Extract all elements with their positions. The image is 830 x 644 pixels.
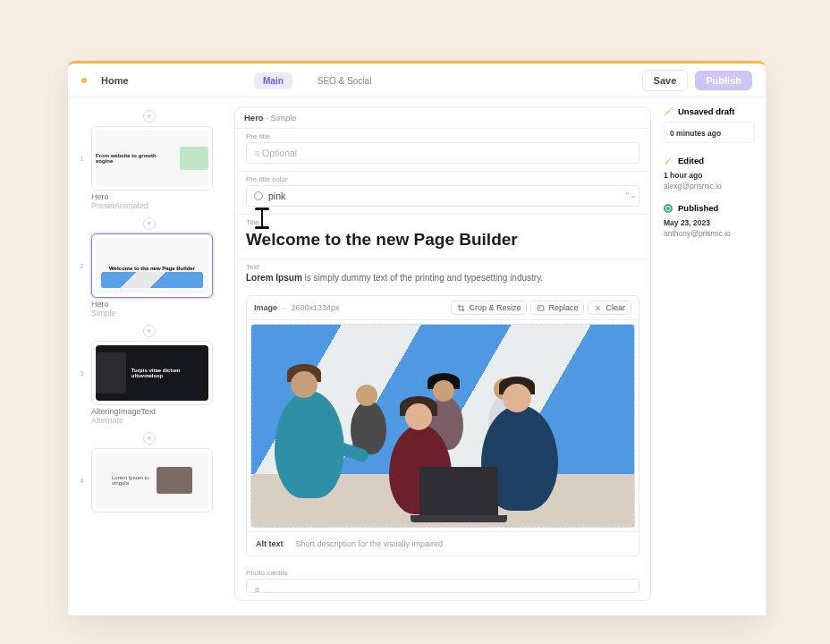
- slice-rail[interactable]: 1 From website to growth engine Hero Pre…: [68, 97, 229, 615]
- unsaved-time: 0 minutes ago: [670, 129, 749, 138]
- add-slice-button[interactable]: [143, 325, 156, 337]
- image-icon: [537, 304, 545, 312]
- preview-graphic-icon: [96, 352, 126, 394]
- image-dimensions: ·: [284, 303, 288, 312]
- crop-button[interactable]: Crop & Resize: [451, 301, 527, 315]
- app-window: Home Main SEO & Social Save Publish 1 Fr…: [68, 61, 766, 615]
- slice-index: 3: [80, 369, 83, 377]
- unsaved-label: Unsaved draft: [678, 106, 734, 116]
- edited-label: Edited: [678, 156, 704, 165]
- slice-card[interactable]: 3 Turpis vitae dictum ultuvmelsop: [91, 341, 213, 405]
- slice-card[interactable]: 1 From website to growth engine: [91, 126, 213, 191]
- slice-subtitle: Alternate: [91, 416, 213, 425]
- text-cursor-icon: [255, 208, 269, 229]
- slice-index: 1: [80, 155, 83, 163]
- published-by: anthony@prismic.io: [664, 229, 755, 238]
- slice-index: 2: [80, 262, 83, 270]
- add-slice-button[interactable]: [143, 110, 156, 123]
- slice-card[interactable]: 2 Welcome to the new Page Builder: [91, 233, 213, 298]
- edited-time: 1 hour ago: [664, 171, 755, 180]
- pre-title-input[interactable]: ≡ Optional: [246, 142, 639, 164]
- published-label: Published: [678, 203, 718, 213]
- title-input[interactable]: Welcome to the new Page Builder: [246, 228, 639, 251]
- field-label: Pre title: [246, 132, 639, 140]
- person-graphic-icon: [275, 391, 344, 498]
- add-slice-button[interactable]: [143, 217, 156, 230]
- slice-preview-text: Turpis vitae dictum ultuvmelsop: [131, 368, 208, 378]
- field-label: Photo credits: [246, 569, 639, 577]
- image-dimensions: 2600x1334px: [292, 303, 340, 312]
- crop-icon: [457, 304, 465, 312]
- tab-seo[interactable]: SEO & Social: [309, 72, 381, 89]
- svg-rect-0: [538, 305, 545, 309]
- alt-text-label: Alt text: [256, 539, 284, 548]
- pencil-icon: [664, 107, 673, 116]
- topbar: Home Main SEO & Social Save Publish: [68, 64, 766, 97]
- slice-title: Hero: [91, 300, 213, 309]
- slice-subtitle: PresetAnimated: [91, 201, 213, 210]
- chevron-updown-icon: ⌃⌄: [624, 192, 631, 199]
- slice-index: 4: [80, 477, 83, 485]
- clear-button[interactable]: Clear: [588, 301, 631, 315]
- alt-text-input[interactable]: Short description for the visually impai…: [296, 539, 444, 548]
- editor-slice-variant: Simple: [271, 113, 297, 123]
- slice-title: Hero: [91, 192, 213, 201]
- slice-title: AlteringImageText: [91, 407, 213, 416]
- image-preview[interactable]: [250, 324, 635, 528]
- photo-credits-input[interactable]: ≡: [246, 579, 639, 593]
- svg-point-1: [539, 307, 541, 309]
- field-label: Text: [246, 263, 639, 271]
- slice-editor: Hero · Simple Pre title ≡ Optional Pre t…: [234, 106, 651, 601]
- select-value: pink: [268, 191, 285, 201]
- globe-icon: [664, 204, 673, 213]
- field-label: Title: [246, 218, 639, 226]
- slice-preview-text: Welcome to the new Page Builder: [109, 266, 195, 271]
- pencil-icon: [664, 157, 673, 165]
- text-input[interactable]: Lorem Ipsum is simply dummy text of the …: [246, 273, 639, 283]
- slice-subtitle: Simple: [91, 309, 213, 318]
- add-slice-button[interactable]: [143, 432, 156, 445]
- edited-by: alexg@prismic.io: [664, 182, 755, 191]
- editor-slice-name: Hero: [244, 113, 264, 123]
- replace-button[interactable]: Replace: [530, 301, 584, 315]
- color-swatch-icon: [254, 191, 263, 200]
- preview-graphic-icon: [157, 467, 192, 494]
- save-button[interactable]: Save: [642, 70, 689, 91]
- published-date: May 23, 2023: [664, 218, 755, 227]
- slice-card[interactable]: 4 Lorem Ipsum tu virigula: [91, 448, 213, 513]
- preview-graphic-icon: [180, 147, 208, 170]
- home-dot-icon: [81, 78, 87, 83]
- home-label[interactable]: Home: [96, 73, 134, 88]
- field-label: Pre title color: [246, 175, 639, 183]
- x-icon: [594, 304, 602, 312]
- slice-preview-text: Lorem Ipsum tu virigula: [112, 475, 151, 486]
- image-field: Image · 2600x1334px Crop & Resize: [246, 295, 639, 556]
- image-label: Image: [254, 303, 277, 312]
- pre-title-color-select[interactable]: pink ⌃⌄: [246, 185, 639, 207]
- editor-column: Hero · Simple Pre title ≡ Optional Pre t…: [229, 97, 660, 615]
- publish-button[interactable]: Publish: [695, 71, 752, 90]
- tab-main[interactable]: Main: [254, 72, 292, 89]
- preview-graphic-icon: [101, 272, 202, 288]
- history-column: Unsaved draft 0 minutes ago Edited 1 hou…: [660, 97, 766, 615]
- laptop-graphic-icon: [419, 467, 498, 517]
- slice-preview-text: From website to growth engine: [96, 153, 171, 164]
